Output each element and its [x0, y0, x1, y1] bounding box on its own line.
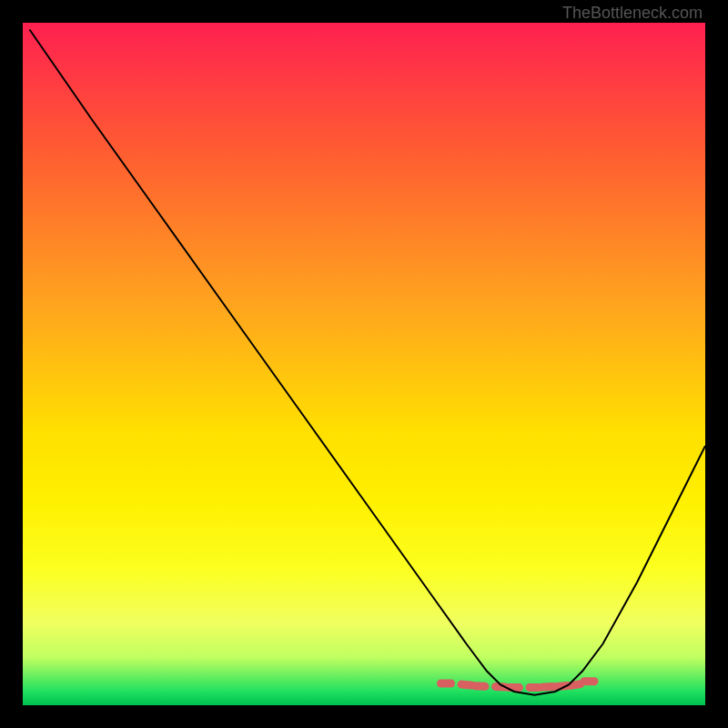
chart-container [23, 23, 705, 705]
watermark-text: TheBottleneck.com [562, 4, 703, 23]
gradient-background [23, 23, 705, 705]
